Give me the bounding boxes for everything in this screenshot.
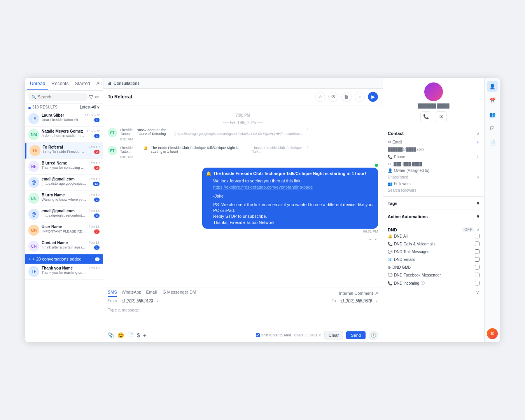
compose-tab-whatsapp[interactable]: WhatsApp (122, 290, 142, 297)
send-button[interactable]: Send (346, 331, 366, 339)
search-input[interactable] (38, 94, 84, 99)
schedule-button[interactable]: 🕐 (369, 331, 378, 340)
message-placeholder: Type a message (108, 308, 139, 312)
followers-icon: 👥 (388, 182, 392, 186)
add-email-button[interactable]: + (476, 139, 480, 145)
dnd-all-checkbox[interactable] (475, 234, 480, 238)
msg-menu-icon[interactable]: ⋮ (306, 128, 310, 136)
followers-search[interactable]: Search followers (388, 188, 480, 192)
more-button[interactable]: ▶ (368, 92, 378, 102)
dnd-fb-checkbox[interactable] (475, 273, 480, 277)
compose-tab-ig[interactable]: IG Messenger DM (161, 290, 196, 297)
tab-starred[interactable]: Starred (72, 78, 93, 90)
dnd-incoming-icon: 📞 (388, 281, 392, 285)
email-button[interactable]: ✉ (436, 111, 447, 122)
sort-button[interactable]: Latest-All ∨ (80, 105, 100, 109)
chevron-down-icon: ∨ (476, 201, 480, 206)
dnd-gmb-checkbox[interactable] (475, 265, 480, 270)
list-item[interactable]: LS Laura Silber Dear Fireside Tattoo Aft… (25, 111, 103, 127)
file-icon[interactable]: 📄 (127, 332, 134, 338)
msg-group: FT Fireside Tatto... 🔔 The Inside Firesi… (108, 146, 378, 159)
list-item[interactable]: @ email@gmail.com [https://storage.googl… (25, 175, 103, 191)
user-avatar[interactable]: JK (487, 328, 498, 339)
owner-label: 👤 Owner (Assigned to) (388, 168, 429, 173)
scroll-icon-2[interactable]: ⌄ (373, 235, 378, 241)
conv-name: Blurred Name (42, 161, 86, 165)
list-item[interactable]: NM Natalie Meyers Gomez A demo here in s… (25, 127, 103, 143)
scroll-down-icon[interactable]: ⌄ (368, 235, 373, 241)
to-value[interactable]: +1 (512) 555-9876 (340, 299, 372, 303)
chat-title: To Referral (108, 94, 312, 100)
strip-icon-checklist[interactable]: ☑ (487, 123, 498, 134)
star-button[interactable]: ☆ (315, 92, 325, 102)
from-value[interactable]: +1 (512) 555-0123 (121, 299, 153, 303)
dollar-icon[interactable]: $ (137, 332, 140, 338)
conv-preview: IMPORTANT PLEASE READ!! He... (42, 229, 86, 233)
owner-field-row: 👤 Owner (Assigned to) (388, 168, 480, 173)
dnd-incoming-checkbox[interactable] (475, 281, 480, 285)
dnd-text-checkbox[interactable] (475, 249, 480, 254)
add-phone-button[interactable]: + (476, 154, 480, 160)
trash-button[interactable]: 🗑 (341, 92, 352, 102)
phone-button[interactable]: 📞 (420, 111, 431, 122)
search-input-wrap[interactable]: 🔍 (28, 93, 88, 101)
conv-preview: I think after a certain age it's be... (42, 245, 86, 249)
msg-preview-text: - inside Fireside Club Technique Talk... (252, 146, 303, 154)
message-input[interactable]: Type a message (103, 304, 383, 328)
filter-icon[interactable]: ▽ (89, 94, 93, 100)
list-item[interactable]: BN Blurry Name Wanting to know where you… (25, 191, 103, 206)
mail-button[interactable]: ✉ (328, 92, 338, 102)
conv-preview: A demo here in studio - help... (42, 134, 84, 138)
date-divider: ── Feb 19th, 2025 ── (108, 121, 378, 125)
conversations-sidebar: Unread Recents Starred All 🔍 ▽ ✏ 3 (25, 78, 103, 342)
list-item[interactable]: TF Thank you Name Thank you for reaching… (25, 264, 103, 280)
tabs-row: Unread Recents Starred All (25, 78, 103, 91)
avatar: @ (28, 209, 39, 220)
filter-button[interactable]: ≡ (355, 92, 365, 102)
dnd-scroll-down[interactable]: ∨ (476, 289, 480, 295)
tab-recents[interactable]: Recents (48, 78, 72, 90)
list-item[interactable]: NB Blurred Name Thank you for contacting… (25, 159, 103, 175)
added-conversations-banner[interactable]: + + 20 conversations added 1 (25, 254, 103, 264)
internal-comment-toggle[interactable]: Internal Comment ↗ (339, 291, 378, 296)
msg-menu-icon[interactable]: ⋮ (306, 146, 310, 154)
automations-section-header[interactable]: Active Automations ∨ (388, 214, 480, 219)
compose-icon[interactable]: ✏ (95, 94, 100, 100)
dnd-emails-checkbox[interactable] (475, 257, 480, 262)
dnd-chevron-up[interactable]: ∧ (477, 228, 480, 232)
from-to-row: From: +1 (512) 555-0123 ∨ To: +1 (512) 5… (103, 297, 383, 304)
message-bubble-wrap: Fireside Tattoo Russ Abbott on the Futur… (120, 128, 310, 141)
owner-value[interactable]: Unassigned (388, 175, 408, 179)
compose-tab-sms[interactable]: SMS (108, 290, 117, 297)
dnd-emails-icon: 📧 (388, 257, 392, 262)
tags-section-header[interactable]: Tags ∨ (388, 201, 480, 206)
list-item[interactable]: UN User Name IMPORTANT PLEASE READ!! He.… (25, 222, 103, 238)
dnd-incoming-info[interactable]: ⓘ (421, 280, 425, 286)
list-item[interactable]: TR To Referral In my To inside Fireside … (25, 143, 103, 159)
contact-section-header[interactable]: Contact ∧ (388, 131, 480, 136)
strip-icon-person[interactable]: 👤 (487, 81, 498, 92)
tab-unread[interactable]: Unread (27, 78, 48, 90)
list-item[interactable]: CN Contact Name I think after a certain … (25, 238, 103, 254)
dnd-calls-checkbox[interactable] (475, 242, 480, 246)
more-icon[interactable]: + (143, 332, 146, 338)
messages-area: 7:00 PM ── Feb 19th, 2025 ── FT Fireside… (103, 105, 383, 287)
notification-icon: 🔔 (206, 171, 212, 177)
consultations-label: Consultations (114, 81, 140, 86)
chevron-up-icon: ∧ (477, 131, 480, 136)
email-value: ██████@████.com (388, 147, 424, 151)
emoji-icon[interactable]: 😊 (117, 332, 124, 338)
strip-icon-calendar[interactable]: 📅 (487, 95, 498, 106)
conversation-list: LS Laura Silber Dear Fireside Tattoo Aft… (25, 111, 103, 342)
strip-icon-people[interactable]: 👥 (487, 109, 498, 120)
dnd-emails-row: 📧 DND Emails (388, 256, 480, 263)
compose-tab-email[interactable]: Email (146, 290, 157, 297)
list-item[interactable]: @ email@gmail.com [https://googleusercon… (25, 206, 103, 222)
dnd-fb-row: 💬 DND Facebook Messenger (388, 271, 480, 279)
attachment-icon[interactable]: 📎 (108, 332, 114, 338)
clear-button[interactable]: Clear (324, 331, 343, 340)
strip-icon-document[interactable]: 📄 (487, 137, 498, 148)
shift-enter-checkbox[interactable] (256, 333, 260, 337)
compose-actions: Shift+Enter to send Chars: 0, Segs: 0 Cl… (256, 331, 378, 340)
email-value-row: ██████@████.com (388, 147, 480, 151)
